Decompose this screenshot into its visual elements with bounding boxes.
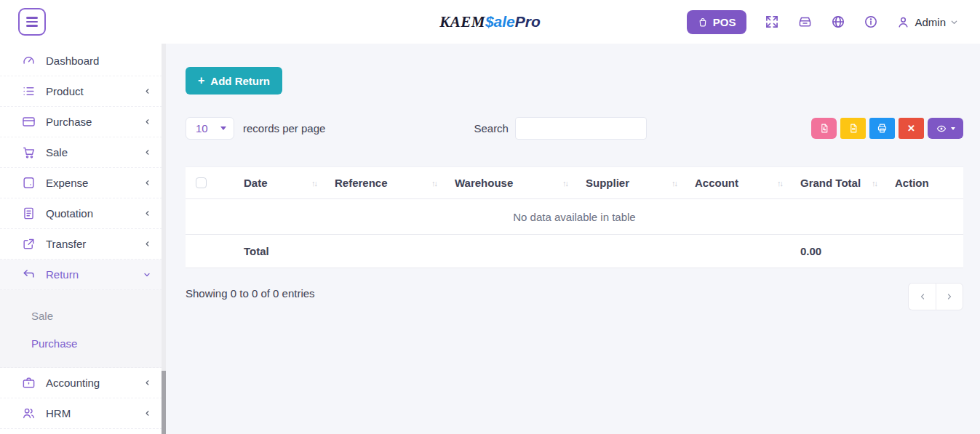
document-icon [22,206,36,220]
app-logo: KAEM$alePro [439,13,541,31]
sort-icon[interactable]: ↑↓ [562,179,567,188]
pos-button[interactable]: POS [687,10,747,34]
add-return-label: Add Return [210,75,270,87]
logo-pro: Pro [515,13,541,30]
chevron-left-icon [143,209,151,217]
gauge-icon [22,54,36,68]
shopping-bag-icon [698,17,708,28]
showing-entries-text: Showing 0 to 0 of 0 entries [186,283,315,300]
chevron-down-icon [143,270,151,279]
returns-table: Date ↑↓ Reference ↑↓ Warehouse ↑↓ [186,166,963,268]
info-icon[interactable] [864,15,878,29]
column-header-account[interactable]: Account ↑↓ [684,167,789,199]
sort-icon[interactable]: ↑↓ [431,179,437,188]
eye-icon [936,124,947,134]
sidebar-item-label: Return [46,268,143,281]
file-lines-icon [848,123,859,134]
users-icon [22,406,36,420]
sort-icon[interactable]: ↑↓ [777,179,782,188]
empty-state-row: No data available in table [186,199,963,235]
sidebar-item-label: Sale [46,146,143,158]
column-header-grand-total[interactable]: Grand Total ↑↓ [789,167,884,199]
logo-sale: $ale [485,13,515,30]
total-row: Total 0.00 [186,235,963,268]
sidebar: Dashboard Product Purchase [0,44,166,434]
chevron-left-icon [143,379,151,387]
column-label: Reference [335,177,388,189]
cash-drawer-icon[interactable] [797,15,813,29]
column-header-reference[interactable]: Reference ↑↓ [324,167,444,199]
sidebar-item-purchase[interactable]: Purchase [0,107,166,137]
column-header-supplier[interactable]: Supplier ↑↓ [575,167,684,199]
total-value: 0.00 [789,235,884,268]
column-header-warehouse[interactable]: Warehouse ↑↓ [444,167,575,199]
chevron-left-icon [143,148,151,156]
column-visibility-button[interactable] [928,118,963,139]
sidebar-item-expense[interactable]: Expense [0,168,166,198]
submenu-item-purchase[interactable]: Purchase [0,329,166,357]
sidebar-scrollbar-thumb[interactable] [162,371,166,434]
export-pdf-button[interactable] [811,118,837,139]
select-all-checkbox[interactable] [196,177,207,188]
return-arrow-icon [22,268,36,281]
sidebar-item-transfer[interactable]: Transfer [0,229,166,260]
sort-icon[interactable]: ↑↓ [672,179,677,188]
sidebar-item-product[interactable]: Product [0,76,166,107]
column-label: Grand Total [800,177,861,189]
sidebar-item-label: Transfer [46,238,143,250]
sidebar-item-label: Quotation [46,207,143,220]
sort-icon[interactable]: ↑↓ [311,179,316,188]
caret-down-icon [951,127,955,130]
search-group: Search [474,117,647,140]
table-controls: 10 records per page Search [186,117,963,140]
search-input[interactable] [515,117,647,140]
shopping-cart-icon [22,145,36,159]
plus-icon: + [198,74,204,87]
next-page-button[interactable] [936,283,963,310]
page-size-group: 10 records per page [186,117,325,140]
column-label: Warehouse [455,177,513,189]
submenu-item-label: Purchase [31,337,77,350]
top-header: KAEM$alePro POS [0,0,980,44]
table-footer: Showing 0 to 0 of 0 entries [186,283,963,310]
pdf-file-icon [819,123,829,134]
user-icon [896,15,910,29]
previous-page-button[interactable] [908,283,936,310]
close-icon: ✕ [907,123,915,134]
chevron-left-icon [143,409,151,417]
sidebar-item-label: HRM [46,407,143,419]
total-label: Total [233,235,324,268]
share-arrow-icon [22,237,36,251]
table-header-row: Date ↑↓ Reference ↑↓ Warehouse ↑↓ [186,167,963,199]
admin-menu[interactable]: Admin [896,15,958,29]
caret-down-icon [220,126,226,130]
column-header-date[interactable]: Date ↑↓ [233,167,324,199]
globe-icon[interactable] [831,15,845,29]
sidebar-item-sale[interactable]: Sale [0,137,166,168]
sidebar-item-label: Expense [46,177,143,189]
export-buttons: ✕ [811,118,963,139]
export-file-button[interactable] [840,118,866,139]
expense-file-icon [22,176,36,190]
sidebar-toggle-button[interactable] [18,8,46,36]
column-label: Action [895,177,929,189]
sidebar-item-quotation[interactable]: Quotation [0,198,166,229]
sidebar-item-dashboard[interactable]: Dashboard [0,46,166,76]
sidebar-item-return[interactable]: Return [0,260,166,290]
sidebar-item-accounting[interactable]: Accounting [0,368,166,398]
submenu-item-sale[interactable]: Sale [0,302,166,329]
add-return-button[interactable]: + Add Return [186,67,282,95]
credit-card-icon [22,115,36,129]
column-label: Account [695,177,738,189]
header-actions: POS [687,10,958,34]
page-size-select[interactable]: 10 [186,117,234,140]
sidebar-item-hrm[interactable]: HRM [0,398,166,429]
clear-filter-button[interactable]: ✕ [899,118,924,139]
fullscreen-icon[interactable] [765,15,779,29]
sort-icon[interactable]: ↑↓ [872,179,877,188]
submenu-item-label: Sale [31,310,53,322]
print-button[interactable] [869,118,895,139]
search-label: Search [474,122,509,134]
chevron-left-icon [143,179,151,187]
column-label: Supplier [586,177,629,189]
